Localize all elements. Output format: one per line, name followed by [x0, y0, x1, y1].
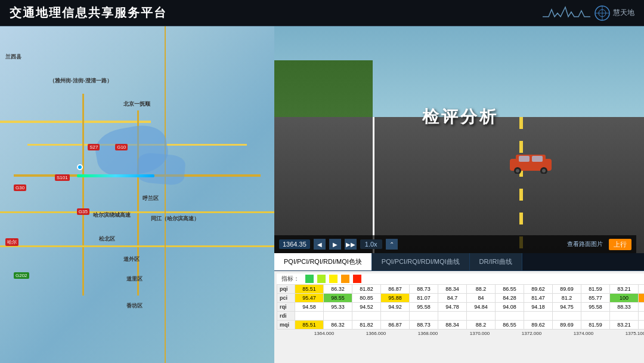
- table-cell: 94.92: [381, 303, 410, 312]
- x-axis-label: 1364.000: [298, 331, 350, 336]
- table-cell: 89.62: [524, 321, 553, 330]
- table-row: pqi85.5186.3281.8286.8788.7388.3488.286.…: [277, 285, 645, 294]
- table-cell: [295, 312, 324, 321]
- table-cell: 85.77: [581, 294, 610, 303]
- road-badge: G30: [14, 184, 26, 191]
- table-cell: 89.69: [553, 285, 581, 294]
- map-road: [82, 94, 84, 296]
- table-cell: 83.21: [610, 285, 639, 294]
- play-button[interactable]: ▶: [329, 239, 341, 250]
- row-label: pqi: [277, 285, 295, 294]
- photo-label: 查看路面图片: [565, 239, 605, 250]
- map-label: （雅州街-洼街-澄清一路）: [49, 77, 112, 85]
- table-cell: 83.21: [610, 321, 639, 330]
- x-axis-label: 1370.000: [454, 331, 506, 336]
- tab-item-0[interactable]: PQI/PCI/RQI/RDI/MQI色块: [274, 253, 372, 270]
- right-panel: 检评分析 1364.35 ◀ ▶ ▶▶ 1.0x ⌃ 查看路面图片 上行 >>视…: [274, 26, 644, 363]
- table-cell: 81.47: [524, 294, 553, 303]
- position-display: 1364.35: [279, 239, 310, 249]
- table-cell: 81.2: [553, 294, 581, 303]
- svg-point-10: [516, 169, 519, 173]
- road-badge: S101: [55, 174, 70, 181]
- x-axis-label: 1374.000: [558, 331, 609, 336]
- table-cell: 86.55: [496, 285, 524, 294]
- legend-item: [341, 275, 349, 283]
- road-badge: S27: [88, 144, 100, 150]
- inspection-label: 检评分析: [422, 106, 499, 128]
- table-cell: 95.58: [581, 303, 610, 312]
- row-label: pci: [277, 294, 295, 303]
- table-cell: 88.03: [639, 321, 645, 330]
- legend-red: [353, 275, 361, 283]
- svg-point-11: [542, 169, 546, 173]
- legend-item: [353, 275, 361, 283]
- table-cell: 94.75: [553, 303, 581, 312]
- legend-yellow-green: [317, 275, 326, 283]
- zoom-up-button[interactable]: ⌃: [386, 239, 398, 250]
- tab-item-2[interactable]: DR/IRI曲线: [470, 253, 522, 270]
- next-button[interactable]: ▶▶: [345, 239, 357, 250]
- table-cell: 94.58: [295, 303, 324, 312]
- map-road: [165, 26, 166, 363]
- data-area: 指标： pqi85.5186: [274, 271, 644, 363]
- table-cell: 81.82: [352, 285, 381, 294]
- road-badge: G35: [77, 208, 89, 215]
- table-cell: 88.03: [639, 285, 645, 294]
- table-cell: 94.92: [639, 303, 645, 312]
- table-cell: [524, 312, 553, 321]
- table-cell: 95.47: [295, 294, 324, 303]
- map-label: 北京一抚顺: [123, 100, 150, 108]
- table-cell: 94.52: [352, 303, 381, 312]
- table-cell: 85.51: [295, 285, 324, 294]
- header: 交通地理信息共享服务平台 慧天地: [0, 0, 644, 26]
- map-road: [0, 121, 151, 123]
- tab-item-1[interactable]: PQI/PCI/RQI/RDI/MQI曲线: [372, 253, 470, 270]
- table-row: rqi94.5895.3394.5294.9295.5894.7894.8494…: [277, 303, 645, 312]
- road-badge-green: G202: [14, 272, 29, 279]
- legend-yellow: [329, 275, 338, 283]
- table-cell: [553, 312, 581, 321]
- table-cell: 95.88: [381, 294, 410, 303]
- table-row: rdi: [277, 312, 645, 321]
- table-cell: 81.59: [581, 285, 610, 294]
- map-road: [0, 211, 274, 213]
- table-cell: 88.73: [410, 321, 438, 330]
- table-cell: 88.33: [610, 303, 639, 312]
- table-cell: 94.08: [496, 303, 524, 312]
- table-cell: 94.18: [524, 303, 553, 312]
- x-axis: 1364.0001366.0001368.0001370.0001372.000…: [277, 330, 644, 337]
- map-label: 松北区: [99, 235, 115, 243]
- route-highlight: [77, 174, 154, 177]
- table-cell: 88.73: [410, 285, 438, 294]
- table-cell: [581, 312, 610, 321]
- road-side-line-left: [373, 117, 374, 253]
- app-title: 交通地理信息共享服务平台: [10, 5, 167, 21]
- video-controls: 1364.35 ◀ ▶ ▶▶ 1.0x ⌃ 查看路面图片 上行: [274, 235, 636, 253]
- table-cell: 89.69: [553, 321, 581, 330]
- table-cell: 89.62: [524, 285, 553, 294]
- waveform-icon: [543, 5, 590, 24]
- table-cell: 81.59: [581, 321, 610, 330]
- row-label: rqi: [277, 303, 295, 312]
- road-view: 检评分析 1364.35 ◀ ▶ ▶▶ 1.0x ⌃ 查看路面图片 上行: [274, 26, 644, 253]
- table-cell: 86.87: [381, 285, 410, 294]
- location-marker: [77, 164, 83, 170]
- legend-title: 指标：: [281, 275, 299, 283]
- table-cell: [467, 312, 496, 321]
- table-cell: 84.7: [438, 294, 467, 303]
- row-label: rdi: [277, 312, 295, 321]
- table-cell: 95.58: [410, 303, 438, 312]
- table-cell: [438, 312, 467, 321]
- table-cell: [352, 312, 381, 321]
- table-cell: 86.32: [324, 285, 352, 294]
- map-panel[interactable]: 兰西县 （雅州街-洼街-澄清一路） 北京一抚顺 呼兰区 哈尔滨绕城高速 松北区 …: [0, 26, 274, 363]
- table-cell: 88.34: [438, 321, 467, 330]
- table-cell: 80.85: [352, 294, 381, 303]
- go-button[interactable]: 上行: [609, 239, 631, 250]
- prev-button[interactable]: ◀: [314, 239, 326, 250]
- svg-rect-6: [519, 156, 530, 162]
- row-label: mqi: [277, 321, 295, 330]
- logo-text: 慧天地: [613, 8, 634, 18]
- x-axis-label: 1366.000: [350, 331, 402, 336]
- main-content: 兰西县 （雅州街-洼街-澄清一路） 北京一抚顺 呼兰区 哈尔滨绕城高速 松北区 …: [0, 26, 644, 363]
